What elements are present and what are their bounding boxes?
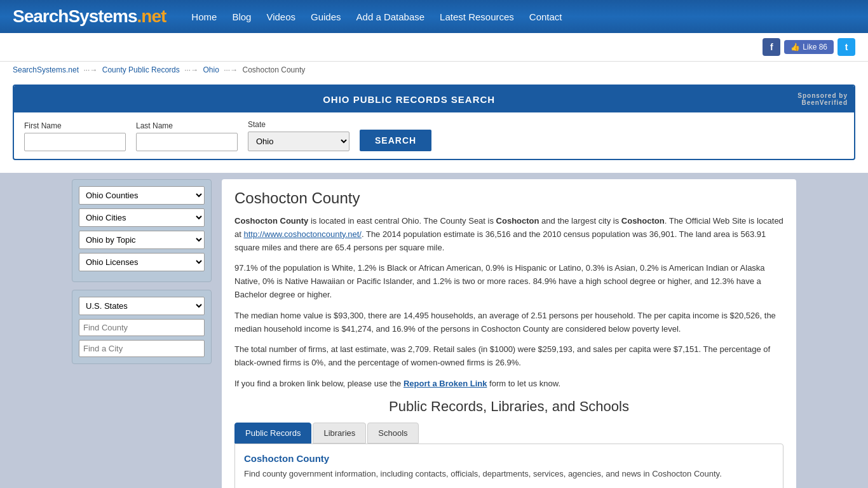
state-select[interactable]: Ohio bbox=[248, 132, 349, 151]
like-icon: 👍 bbox=[790, 43, 800, 51]
pr-tabs: Public Records Libraries Schools bbox=[234, 423, 783, 444]
county-seat-bold: Coshocton bbox=[496, 216, 539, 226]
find-city-input[interactable] bbox=[79, 340, 205, 357]
state-field: State Ohio bbox=[248, 120, 349, 151]
breadcrumb-arrow-2: ···→ bbox=[184, 65, 200, 74]
main-container: Ohio Counties Ohio Cities Ohio by Topic … bbox=[65, 179, 803, 488]
tab-schools[interactable]: Schools bbox=[367, 423, 418, 444]
sidebar-section-ohio: Ohio Counties Ohio Cities Ohio by Topic … bbox=[72, 179, 212, 282]
broken-link-pre: If you find a broken link below, please … bbox=[234, 379, 403, 388]
breadcrumb-ohio[interactable]: Ohio bbox=[203, 65, 219, 74]
sponsored-label: Sponsored byBeenVerified bbox=[797, 92, 848, 106]
nav-contact[interactable]: Contact bbox=[529, 11, 562, 22]
nav-guides[interactable]: Guides bbox=[311, 11, 341, 22]
tab-public-records[interactable]: Public Records bbox=[234, 423, 311, 444]
nav-latest-resources[interactable]: Latest Resources bbox=[440, 11, 514, 22]
breadcrumb-arrow-1: ···→ bbox=[83, 65, 99, 74]
last-name-label: Last Name bbox=[136, 121, 238, 130]
main-nav: Home Blog Videos Guides Add a Database L… bbox=[191, 11, 562, 22]
content-para1: Coshocton County is located in east cent… bbox=[234, 215, 783, 254]
content-para2: 97.1% of the population is White, 1.2% i… bbox=[234, 262, 783, 301]
page-title: Coshocton County bbox=[234, 189, 783, 207]
breadcrumb-current: Coshocton County bbox=[243, 65, 306, 74]
search-box-title: OHIO PUBLIC RECORDS SEARCH bbox=[20, 94, 797, 105]
logo-net: .net bbox=[137, 6, 166, 26]
county-name-bold: Coshocton County bbox=[234, 216, 308, 226]
breadcrumb-county-public-records[interactable]: County Public Records bbox=[102, 65, 180, 74]
find-county-input[interactable] bbox=[79, 319, 205, 336]
tab-libraries[interactable]: Libraries bbox=[313, 423, 366, 444]
content-para5: If you find a broken link below, please … bbox=[234, 377, 783, 391]
pr-section: Public Records, Libraries, and Schools P… bbox=[234, 398, 783, 488]
last-name-input[interactable] bbox=[136, 133, 238, 151]
sidebar: Ohio Counties Ohio Cities Ohio by Topic … bbox=[72, 179, 212, 488]
county-website-link[interactable]: http://www.coshoctoncounty.net/ bbox=[243, 229, 361, 239]
search-button[interactable]: SEARCH bbox=[360, 130, 431, 151]
ohio-by-topic-dropdown[interactable]: Ohio by Topic bbox=[79, 231, 205, 249]
facebook-icon[interactable]: f bbox=[763, 38, 780, 56]
content-para3: The median home value is $93,300, there … bbox=[234, 309, 783, 336]
state-label: State bbox=[248, 120, 349, 129]
pr-content: Coshocton County Find county government … bbox=[234, 444, 783, 488]
pr-card-title: Coshocton County bbox=[244, 453, 774, 464]
breadcrumb-arrow-3: ···→ bbox=[224, 65, 240, 74]
first-name-label: First Name bbox=[24, 121, 126, 130]
pr-card-desc: Find county government information, incl… bbox=[244, 468, 774, 480]
logo-text: SearchSystems bbox=[13, 6, 137, 26]
first-name-input[interactable] bbox=[24, 133, 126, 151]
broken-link-post: form to let us know. bbox=[489, 379, 560, 388]
ohio-licenses-dropdown[interactable]: Ohio Licenses bbox=[79, 253, 205, 271]
nav-videos[interactable]: Videos bbox=[266, 11, 295, 22]
pr-section-title: Public Records, Libraries, and Schools bbox=[234, 398, 783, 415]
like-count: Like 86 bbox=[803, 43, 827, 51]
nav-blog[interactable]: Blog bbox=[232, 11, 251, 22]
main-content: Coshocton County Coshocton County is loc… bbox=[222, 179, 796, 488]
search-box: OHIO PUBLIC RECORDS SEARCH Sponsored byB… bbox=[13, 85, 855, 160]
ohio-counties-dropdown[interactable]: Ohio Counties bbox=[79, 186, 205, 205]
nav-home[interactable]: Home bbox=[191, 11, 217, 22]
first-name-field: First Name bbox=[24, 121, 126, 151]
facebook-like-button[interactable]: 👍 Like 86 bbox=[784, 40, 834, 54]
social-bar: f 👍 Like 86 t bbox=[0, 33, 868, 61]
breadcrumb-home[interactable]: SearchSystems.net bbox=[13, 65, 79, 74]
sidebar-section-us: U.S. States bbox=[72, 290, 212, 364]
ohio-cities-dropdown[interactable]: Ohio Cities bbox=[79, 208, 205, 227]
site-logo[interactable]: SearchSystems.net bbox=[13, 6, 166, 27]
twitter-icon[interactable]: t bbox=[837, 38, 855, 56]
search-box-header: OHIO PUBLIC RECORDS SEARCH Sponsored byB… bbox=[14, 86, 854, 112]
largest-city-bold: Coshocton bbox=[621, 216, 665, 226]
breadcrumb: SearchSystems.net ···→ County Public Rec… bbox=[0, 61, 868, 78]
content-para4: The total number of firms, at last estim… bbox=[234, 343, 783, 370]
last-name-field: Last Name bbox=[136, 121, 238, 151]
us-states-dropdown[interactable]: U.S. States bbox=[79, 297, 205, 315]
report-broken-link[interactable]: Report a Broken Link bbox=[403, 379, 487, 388]
nav-add-database[interactable]: Add a Database bbox=[356, 11, 425, 22]
